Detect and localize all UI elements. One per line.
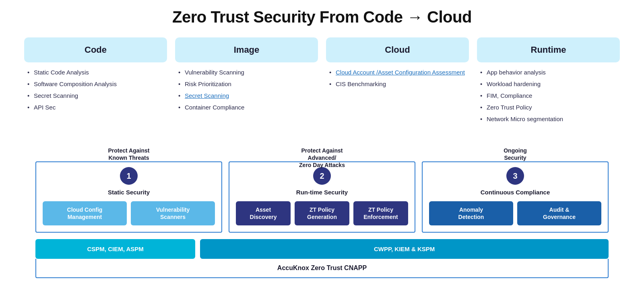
zt-policy-generation-btn[interactable]: ZT Policy Generation bbox=[295, 201, 349, 225]
list-item: Static Code Analysis bbox=[27, 68, 167, 76]
cloud-header: Cloud bbox=[326, 37, 469, 62]
col1-bracket-box: Protect Against Known Threats 1 Static S… bbox=[35, 161, 222, 233]
list-item: Workload hardening bbox=[480, 80, 620, 88]
list-item: Container Compliance bbox=[178, 103, 318, 111]
runtime-header: Runtime bbox=[477, 37, 620, 62]
image-list: Vulnerability Scanning Risk Prioritizati… bbox=[175, 68, 318, 111]
code-column: Code Static Code Analysis Software Compo… bbox=[24, 37, 167, 126]
list-item: Zero Trust Policy bbox=[480, 103, 620, 111]
runtime-list: App behavior analysis Workload hardening… bbox=[477, 68, 620, 123]
cnapp-bar: AccuKnox Zero Trust CNAPP bbox=[35, 259, 609, 278]
col2-bracket-box: Protect Against Advanced/ Zero Day Attac… bbox=[229, 161, 415, 233]
list-item: App behavior analysis bbox=[480, 68, 620, 76]
anomaly-detection-btn[interactable]: Anomaly Detection bbox=[429, 201, 513, 225]
list-item: Vulnerability Scanning bbox=[178, 68, 318, 76]
col3-badge: 3 bbox=[506, 167, 524, 185]
col3-security-label: Continuous Compliance bbox=[429, 189, 601, 196]
list-item: FIM, Compliance bbox=[480, 91, 620, 100]
vulnerability-scanners-btn[interactable]: Vulnerability Scanners bbox=[131, 201, 215, 225]
image-column: Image Vulnerability Scanning Risk Priori… bbox=[175, 37, 318, 126]
list-item: Secret Scanning bbox=[27, 91, 167, 100]
list-item: Risk Prioritization bbox=[178, 80, 318, 88]
asset-discovery-btn[interactable]: Asset Discovery bbox=[236, 201, 291, 225]
cloud-config-btn[interactable]: Cloud Config Management bbox=[43, 201, 127, 225]
image-header: Image bbox=[175, 37, 318, 62]
secret-scanning-link[interactable]: Secret Scanning bbox=[185, 92, 229, 99]
col2-badge: 2 bbox=[313, 167, 331, 185]
bottom-bars: CSPM, CIEM, ASPM CWPP, KIEM & KSPM bbox=[35, 239, 609, 259]
code-header: Code bbox=[24, 37, 167, 62]
diagram-section: Protect Against Known Threats 1 Static S… bbox=[32, 139, 612, 278]
list-item: Secret Scanning bbox=[178, 91, 318, 100]
col2-label: Protect Against Advanced/ Zero Day Attac… bbox=[290, 147, 354, 169]
col3-btn-row: Anomaly Detection Audit & Governance bbox=[429, 201, 601, 225]
col1-btn-row: Cloud Config Management Vulnerability Sc… bbox=[43, 201, 215, 225]
diagram-col-1: Protect Against Known Threats 1 Static S… bbox=[32, 161, 225, 233]
zt-policy-enforcement-btn[interactable]: ZT Policy Enforcement bbox=[353, 201, 408, 225]
cloud-list: Cloud Account /Asset Configuration Asses… bbox=[326, 68, 469, 88]
runtime-column: Runtime App behavior analysis Workload h… bbox=[477, 37, 620, 126]
list-item: Software Composition Analysis bbox=[27, 80, 167, 88]
diagram-col-3: Ongoing Security 3 Continuous Compliance… bbox=[419, 161, 612, 233]
col1-badge: 1 bbox=[120, 167, 138, 185]
cloud-account-link[interactable]: Cloud Account /Asset Configuration Asses… bbox=[336, 69, 465, 76]
list-item: Cloud Account /Asset Configuration Asses… bbox=[329, 68, 469, 76]
col1-label: Protect Against Known Threats bbox=[101, 147, 157, 161]
top-section: Code Static Code Analysis Software Compo… bbox=[24, 37, 620, 126]
cspm-bar: CSPM, CIEM, ASPM bbox=[35, 239, 195, 259]
list-item: API Sec bbox=[27, 103, 167, 111]
page-title: Zero Trust Security From Code → Cloud bbox=[24, 8, 620, 26]
cwpp-bar: CWPP, KIEM & KSPM bbox=[200, 239, 609, 259]
col1-security-label: Static Security bbox=[43, 189, 215, 196]
col3-bracket-box: Ongoing Security 3 Continuous Compliance… bbox=[422, 161, 609, 233]
code-list: Static Code Analysis Software Compositio… bbox=[24, 68, 167, 111]
col2-btn-row: Asset Discovery ZT Policy Generation ZT … bbox=[236, 201, 408, 225]
audit-governance-btn[interactable]: Audit & Governance bbox=[517, 201, 601, 225]
col2-security-label: Run-time Security bbox=[236, 189, 408, 196]
list-item: CIS Benchmarking bbox=[329, 80, 469, 88]
diagram-col-2: Protect Against Advanced/ Zero Day Attac… bbox=[225, 161, 419, 233]
list-item: Network Micro segmentation bbox=[480, 115, 620, 123]
diagram-wrapper: Protect Against Known Threats 1 Static S… bbox=[32, 139, 612, 278]
col3-label: Ongoing Security bbox=[489, 147, 541, 161]
cloud-column: Cloud Cloud Account /Asset Configuration… bbox=[326, 37, 469, 126]
diagram-columns: Protect Against Known Threats 1 Static S… bbox=[32, 161, 612, 233]
